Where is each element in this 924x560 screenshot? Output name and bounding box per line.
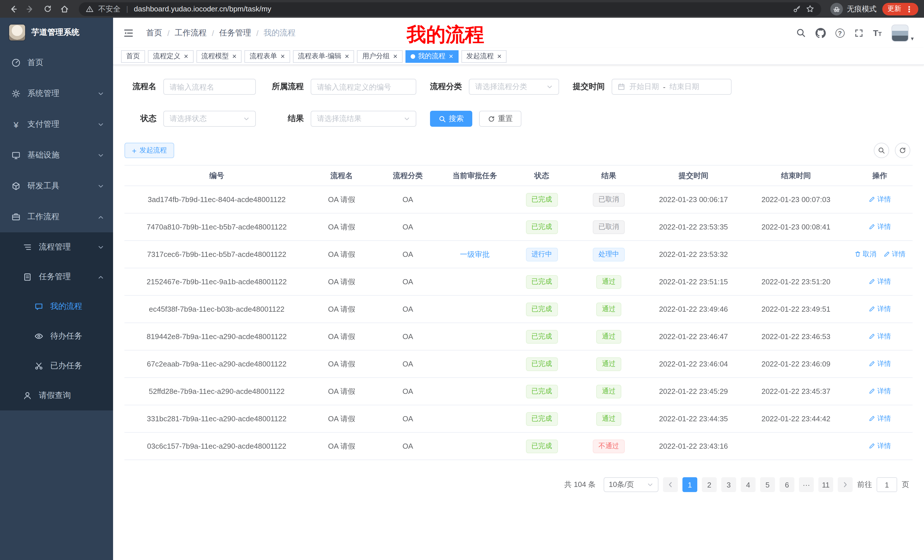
result-select[interactable]: 请选择流结果: [310, 111, 416, 127]
avatar[interactable]: [891, 24, 909, 41]
page-button-11[interactable]: 11: [818, 477, 833, 492]
sidebar-item-home[interactable]: 首页: [0, 47, 113, 78]
reload-icon[interactable]: [40, 1, 55, 16]
close-icon[interactable]: ×: [449, 52, 453, 60]
next-page-button[interactable]: [838, 477, 853, 492]
submit-time-range[interactable]: 开始日期 - 结束日期: [612, 79, 732, 95]
breadcrumb-item: 我的流程: [264, 28, 296, 38]
tab-process-definition[interactable]: 流程定义×: [148, 50, 193, 63]
security-label: 不安全: [98, 4, 120, 14]
page-size-select[interactable]: 10条/页: [604, 477, 658, 492]
tab-user-group[interactable]: 用户分组×: [357, 50, 403, 63]
detail-link[interactable]: 详情: [868, 359, 891, 369]
cancel-link[interactable]: 取消: [854, 250, 876, 259]
sidebar-item-infrastructure[interactable]: 基础设施: [0, 140, 113, 171]
update-button[interactable]: 更新 ⋮: [882, 3, 918, 15]
sidebar-item-process-mgmt[interactable]: 流程管理: [0, 232, 113, 262]
star-icon[interactable]: [806, 4, 814, 13]
search-icon[interactable]: [796, 28, 806, 38]
sidebar-item-system[interactable]: 系统管理: [0, 78, 113, 109]
prev-page-button[interactable]: [663, 477, 678, 492]
detail-link[interactable]: 详情: [868, 332, 891, 341]
filter-status-label: 状态: [124, 114, 156, 124]
key-icon[interactable]: [793, 4, 801, 13]
fullscreen-icon[interactable]: [854, 28, 863, 37]
result-tag: 通过: [596, 412, 621, 425]
forward-icon[interactable]: [23, 1, 38, 16]
page-button-4[interactable]: 4: [741, 477, 756, 492]
menu-kebab-icon[interactable]: ⋮: [905, 4, 913, 13]
column-header: 编号: [124, 171, 309, 181]
status-select[interactable]: 请选择状态: [164, 111, 256, 127]
detail-link[interactable]: 详情: [868, 222, 891, 232]
page-button-1[interactable]: 1: [682, 477, 697, 492]
status-tag: 已完成: [526, 329, 558, 343]
font-size-icon[interactable]: TT: [873, 28, 882, 38]
column-header: 操作: [847, 171, 913, 181]
briefcase-icon: [11, 213, 21, 222]
page-button-6[interactable]: 6: [780, 477, 794, 492]
column-header: 流程分类: [374, 171, 441, 181]
category-select[interactable]: 请选择流程分类: [469, 79, 559, 95]
detail-link[interactable]: 详情: [868, 441, 891, 451]
close-icon[interactable]: ×: [280, 52, 285, 60]
sidebar-item-leave-query[interactable]: 请假查询: [0, 381, 113, 410]
sidebar-item-workflow[interactable]: 工作流程: [0, 202, 113, 232]
search-button[interactable]: 搜索: [430, 111, 472, 127]
process-name-input[interactable]: [164, 79, 256, 95]
page-button-2[interactable]: 2: [702, 477, 717, 492]
address-bar[interactable]: 不安全 | dashboard.yudao.iocoder.cn/bpm/tas…: [79, 2, 821, 16]
create-process-button[interactable]: + 发起流程: [124, 143, 174, 158]
detail-link[interactable]: 详情: [868, 195, 891, 204]
close-icon[interactable]: ×: [393, 52, 398, 60]
page-button-3[interactable]: 3: [721, 477, 736, 492]
github-icon[interactable]: [815, 28, 825, 38]
sidebar-item-my-process[interactable]: 我的流程: [0, 292, 113, 321]
detail-link[interactable]: 详情: [868, 414, 891, 424]
yuan-icon: ¥: [11, 120, 21, 129]
current-task-link[interactable]: 一级审批: [460, 250, 490, 258]
tab-home[interactable]: 首页: [121, 50, 145, 63]
hamburger-icon[interactable]: [123, 28, 134, 38]
close-icon[interactable]: ×: [345, 52, 349, 60]
tab-process-model[interactable]: 流程模型×: [196, 50, 242, 63]
end-time: 2022-01-23 00:07:03: [762, 195, 830, 204]
close-icon[interactable]: ×: [232, 52, 236, 60]
goto-page-input[interactable]: [877, 477, 897, 492]
submit-time: 2022-01-22 23:46:04: [659, 359, 728, 368]
close-icon[interactable]: ×: [497, 52, 501, 60]
process-definition-input[interactable]: [310, 79, 416, 95]
tab-start-process[interactable]: 发起流程×: [461, 50, 507, 63]
detail-link[interactable]: 详情: [868, 277, 891, 287]
process-category: OA: [402, 359, 413, 368]
chevron-up-icon: [98, 214, 104, 220]
breadcrumb-item[interactable]: 工作流程: [175, 28, 207, 38]
user-menu[interactable]: ▾: [891, 24, 914, 41]
breadcrumb-item[interactable]: 首页: [146, 28, 162, 38]
back-icon[interactable]: [6, 1, 21, 16]
home-icon[interactable]: [57, 1, 72, 16]
toggle-search-button[interactable]: [874, 143, 889, 158]
tab-process-form-edit[interactable]: 流程表单-编辑×: [293, 50, 354, 63]
app-title: 芋道管理系统: [32, 27, 80, 38]
refresh-button[interactable]: [895, 143, 910, 158]
detail-link[interactable]: 详情: [883, 250, 906, 259]
close-icon[interactable]: ×: [184, 52, 188, 60]
breadcrumb-item[interactable]: 任务管理: [219, 28, 251, 38]
sidebar: 芋道管理系统 首页系统管理¥支付管理基础设施研发工具工作流程流程管理任务管理我的…: [0, 18, 113, 560]
sidebar-item-done-task[interactable]: 已办任务: [0, 351, 113, 381]
tab-my-process[interactable]: 我的流程×: [405, 50, 458, 63]
detail-link[interactable]: 详情: [868, 304, 891, 314]
page-more[interactable]: ···: [799, 477, 814, 492]
detail-link[interactable]: 详情: [868, 386, 891, 396]
process-id: 819442e8-7b9a-11ec-a290-acde48001122: [147, 332, 287, 341]
sidebar-item-devtools[interactable]: 研发工具: [0, 171, 113, 202]
table-row: 7470a810-7b9b-11ec-b5b7-acde48001122OA 请…: [124, 214, 913, 241]
reset-button[interactable]: 重置: [479, 111, 521, 127]
sidebar-item-task-mgmt[interactable]: 任务管理: [0, 262, 113, 292]
page-button-5[interactable]: 5: [760, 477, 775, 492]
sidebar-item-payment[interactable]: ¥支付管理: [0, 109, 113, 140]
tab-process-form[interactable]: 流程表单×: [244, 50, 290, 63]
help-icon[interactable]: ?: [835, 28, 844, 37]
sidebar-item-todo-task[interactable]: 待办任务: [0, 321, 113, 351]
